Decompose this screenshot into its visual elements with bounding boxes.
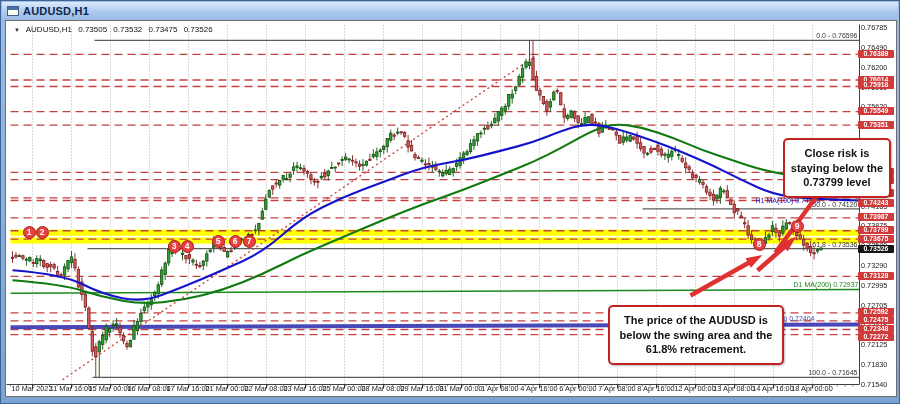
x-axis-label: 4 Apr 16:00 — [520, 384, 557, 393]
x-axis-label: 18 Apr 00:00 — [791, 384, 832, 393]
y-axis-tick: 0.76785 — [861, 23, 887, 32]
x-axis-label: 15 Mar 00:00 — [89, 384, 132, 393]
callout-price-below: The price of the AUDUSD is below the swi… — [608, 305, 784, 365]
price-tag: 0.73987 — [858, 213, 894, 221]
x-axis[interactable]: 10 Mar 202211 Mar 16:0015 Mar 00:0016 Ma… — [6, 382, 857, 396]
price-tag: 0.73799 — [858, 226, 894, 234]
x-axis-label: 8 Apr 16:00 — [637, 384, 674, 393]
x-axis-label: 25 Mar 00:00 — [323, 384, 366, 393]
x-axis-label: 14 Apr 16:00 — [752, 384, 793, 393]
price-tag: 0.73675 — [858, 235, 894, 243]
price-tag: 0.72272 — [858, 333, 894, 341]
price-tag: 0.73128 — [858, 272, 894, 280]
callout-close-risk: Close risk is staying below the 0.73799 … — [783, 138, 891, 198]
x-axis-label: 11 Mar 16:00 — [50, 384, 92, 393]
x-axis-label: 10 Mar 2022 — [12, 384, 53, 393]
ohlc-high: 0.73532 — [113, 25, 142, 34]
x-axis-label: 16 Mar 08:00 — [128, 384, 171, 393]
x-axis-label: 12 Apr 00:00 — [674, 384, 715, 393]
x-axis-label: 7 Apr 08:00 — [598, 384, 635, 393]
x-axis-label: 23 Mar 16:00 — [284, 384, 327, 393]
price-tag: 0.72348 — [858, 325, 894, 333]
x-axis-label: 22 Mar 08:00 — [245, 384, 288, 393]
x-axis-label: 13 Apr 08:00 — [713, 384, 754, 393]
mt4-chart-window: AUDUSD,H1 ▼ AUDUSD,H1 0.73505 0.73532 0.… — [0, 0, 900, 404]
price-tag: 0.72475 — [858, 316, 894, 324]
chart-frame: ▼ AUDUSD,H1 0.73505 0.73532 0.73475 0.73… — [5, 20, 897, 397]
collapse-arrow-icon[interactable]: ▼ — [14, 27, 20, 33]
y-axis-tick: 0.73290 — [861, 261, 887, 270]
x-axis-label: 21 Mar 00:00 — [206, 384, 249, 393]
y-axis[interactable]: 0.767850.764900.762000.759100.756200.753… — [857, 21, 896, 382]
ohlc-close: 0.73526 — [184, 25, 213, 34]
ohlc-open: 0.73505 — [78, 25, 107, 34]
x-axis-label: 28 Mar 08:00 — [362, 384, 405, 393]
price-tag: 0.75351 — [858, 121, 894, 129]
current-price-tag: 0.73526 — [858, 245, 894, 253]
price-tag: 0.74243 — [858, 199, 894, 207]
x-axis-label: 17 Mar 16:00 — [167, 384, 210, 393]
y-axis-tick: 0.76200 — [861, 63, 887, 72]
x-axis-label: 29 Mar 16:00 — [401, 384, 444, 393]
x-axis-label: 31 Mar 00:00 — [440, 384, 483, 393]
price-tag: 0.76389 — [858, 50, 894, 58]
y-axis-tick: 0.71830 — [861, 360, 887, 369]
price-tag: 0.75918 — [858, 81, 894, 89]
y-axis-tick: 0.71540 — [861, 380, 887, 389]
ohlc-symbol: AUDUSD,H1 — [26, 25, 72, 34]
ohlc-low: 0.73475 — [149, 25, 178, 34]
y-axis-tick: 0.72125 — [861, 340, 887, 349]
x-axis-label: 6 Apr 00:00 — [559, 384, 596, 393]
price-tag: 0.75549 — [858, 107, 894, 115]
y-axis-tick: 0.72995 — [861, 281, 887, 290]
x-axis-label: 1 Apr 08:00 — [481, 384, 518, 393]
ohlc-header: ▼ AUDUSD,H1 0.73505 0.73532 0.73475 0.73… — [14, 25, 217, 34]
price-tag: 0.72592 — [858, 308, 894, 316]
